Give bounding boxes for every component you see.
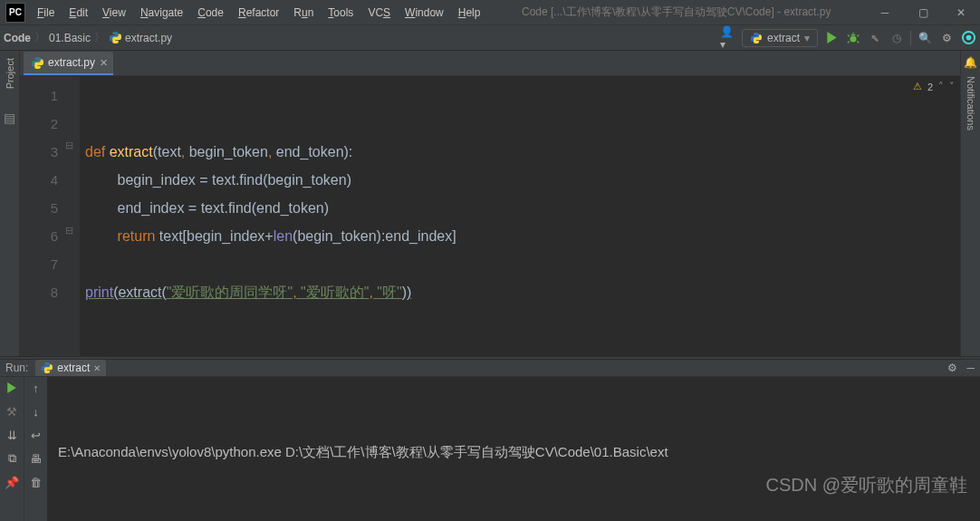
editor-main: extract.py ✕ 1 2 3 4 5 6 7 8 ⊟ ⊟ def ext… bbox=[20, 51, 960, 356]
run-body: ⚒ ⇊ ⧉ 📌 ↑ ↓ ↩ 🖶 🗑 E:\Anaconda\envs\yolov… bbox=[0, 377, 980, 521]
chevron-down-icon: ▾ bbox=[804, 32, 810, 44]
editor-tabs: extract.py ✕ bbox=[20, 51, 960, 76]
menu-code[interactable]: Code bbox=[191, 4, 230, 22]
main-menu: File Edit View Navigate Code Refactor Ru… bbox=[31, 4, 486, 22]
title-bar: PC File Edit View Navigate Code Refactor… bbox=[0, 0, 980, 25]
run-tab[interactable]: extract ✕ bbox=[35, 360, 106, 376]
file-tab-label: extract.py bbox=[48, 56, 95, 69]
inspection-widget[interactable]: ⚠ 2 ˄ ˅ bbox=[913, 81, 955, 92]
app-logo: PC bbox=[5, 3, 25, 23]
run-header-tools: ⚙ ─ bbox=[947, 362, 975, 374]
run-title: Run: bbox=[5, 362, 28, 374]
python-file-icon bbox=[750, 32, 763, 44]
svg-point-2 bbox=[966, 35, 971, 41]
run-coverage-button[interactable]: ⬉ bbox=[867, 30, 883, 46]
run-button[interactable] bbox=[823, 30, 840, 46]
code-editor[interactable]: 1 2 3 4 5 6 7 8 ⊟ ⊟ def extract(text, be… bbox=[20, 76, 960, 356]
line-num: 7 bbox=[20, 250, 58, 278]
editor-area: Project ▤ extract.py ✕ 1 2 3 4 5 6 7 8 ⊟ bbox=[0, 51, 980, 356]
notifications-tool-tab[interactable]: Notifications bbox=[964, 72, 978, 134]
close-run-tab-icon[interactable]: ✕ bbox=[93, 363, 101, 373]
menu-navigate[interactable]: Navigate bbox=[134, 4, 189, 22]
hide-panel-icon[interactable]: ─ bbox=[966, 362, 975, 374]
line-num: 5 bbox=[20, 194, 58, 222]
run-panel: Run: extract ✕ ⚙ ─ ⚒ ⇊ ⧉ 📌 ↑ ↓ ↩ 🖶 🗑 E:\… bbox=[0, 360, 980, 521]
profile-button[interactable]: ◷ bbox=[889, 30, 905, 46]
file-tab-extract[interactable]: extract.py ✕ bbox=[24, 52, 113, 75]
warning-count: 2 bbox=[927, 82, 933, 92]
menu-edit[interactable]: Edit bbox=[62, 4, 94, 22]
restore-layout-icon[interactable]: ⇊ bbox=[5, 428, 19, 442]
pin-icon[interactable]: 📌 bbox=[5, 475, 19, 489]
debug-button[interactable] bbox=[845, 30, 861, 46]
chevron-down-icon[interactable]: ˅ bbox=[949, 81, 955, 92]
run-tab-label: extract bbox=[57, 362, 90, 374]
run-toolbar-1: ⚒ ⇊ ⧉ 📌 bbox=[0, 377, 24, 521]
menu-vcs[interactable]: VCS bbox=[361, 4, 397, 22]
crumb-folder[interactable]: 01.Basic bbox=[49, 32, 91, 44]
clear-icon[interactable]: 🗑 bbox=[29, 475, 43, 489]
line-num: 3 bbox=[20, 138, 58, 166]
nav-bar: Code 〉 01.Basic 〉 extract.py 👤▾ extract … bbox=[0, 25, 980, 51]
close-tab-icon[interactable]: ✕ bbox=[100, 57, 108, 69]
run-config-label: extract bbox=[767, 32, 800, 44]
code-text[interactable]: def extract(text, begin_token, end_token… bbox=[80, 76, 960, 356]
fold-start-icon[interactable]: ⊟ bbox=[65, 140, 73, 151]
print-icon[interactable]: 🖶 bbox=[29, 451, 43, 466]
user-icon[interactable]: 👤▾ bbox=[720, 30, 736, 46]
layout-icon[interactable]: ⧉ bbox=[5, 451, 19, 466]
stop-button[interactable]: ⚒ bbox=[5, 404, 19, 419]
line-num: 2 bbox=[20, 110, 58, 138]
scroll-up-icon[interactable]: ↑ bbox=[29, 381, 43, 395]
run-toolbar-2: ↑ ↓ ↩ 🖶 🗑 bbox=[24, 377, 47, 521]
notifications-icon[interactable]: 🔔 bbox=[964, 56, 977, 69]
console-line: E:\Anaconda\envs\yolov8\python.exe D:\文档… bbox=[58, 439, 969, 466]
breadcrumbs: Code 〉 01.Basic 〉 extract.py bbox=[4, 30, 172, 45]
line-num: 6 bbox=[20, 222, 58, 250]
menu-run[interactable]: Run bbox=[287, 4, 320, 22]
left-tool-stripe: Project ▤ bbox=[0, 51, 20, 356]
python-file-icon bbox=[109, 32, 121, 44]
minimize-button[interactable]: ─ bbox=[866, 0, 904, 25]
python-file-icon bbox=[41, 362, 53, 374]
code-with-me-icon[interactable] bbox=[960, 30, 976, 46]
crumb-file[interactable]: extract.py bbox=[125, 32, 172, 44]
chevron-up-icon[interactable]: ˄ bbox=[938, 81, 944, 92]
scroll-down-icon[interactable]: ↓ bbox=[29, 404, 43, 419]
run-config-selector[interactable]: extract ▾ bbox=[742, 29, 818, 47]
maximize-button[interactable]: ▢ bbox=[904, 0, 942, 25]
window-controls: ─ ▢ ✕ bbox=[866, 0, 980, 25]
search-everywhere-button[interactable]: 🔍 bbox=[917, 30, 933, 46]
crumb-sep: 〉 bbox=[34, 30, 45, 45]
python-file-icon bbox=[31, 56, 43, 69]
fold-end-icon[interactable]: ⊟ bbox=[65, 225, 73, 236]
line-num: 1 bbox=[20, 82, 58, 110]
close-button[interactable]: ✕ bbox=[942, 0, 980, 25]
warning-icon: ⚠ bbox=[913, 81, 922, 92]
crumb-root[interactable]: Code bbox=[4, 32, 31, 44]
menu-refactor[interactable]: Refactor bbox=[232, 4, 285, 22]
menu-file[interactable]: File bbox=[31, 4, 61, 22]
run-settings-icon[interactable]: ⚙ bbox=[947, 362, 957, 374]
run-header: Run: extract ✕ ⚙ ─ bbox=[0, 360, 980, 377]
line-num: 4 bbox=[20, 166, 58, 194]
menu-tools[interactable]: Tools bbox=[322, 4, 360, 22]
soft-wrap-icon[interactable]: ↩ bbox=[29, 428, 43, 442]
crumb-sep: 〉 bbox=[94, 30, 105, 45]
nav-right: 👤▾ extract ▾ ⬉ ◷ 🔍 ⚙ bbox=[720, 29, 976, 47]
menu-view[interactable]: View bbox=[96, 4, 132, 22]
project-tool-tab[interactable]: Project bbox=[3, 54, 17, 92]
rerun-button[interactable] bbox=[5, 381, 19, 395]
menu-help[interactable]: Help bbox=[452, 4, 487, 22]
settings-button[interactable]: ⚙ bbox=[938, 30, 955, 46]
menu-window[interactable]: Window bbox=[399, 4, 450, 22]
window-title: Code [...\工作\博客\教程\从零手写自动驾驶CV\Code] - ex… bbox=[486, 5, 866, 20]
svg-point-0 bbox=[850, 35, 857, 42]
line-num: 8 bbox=[20, 278, 58, 306]
line-number-gutter: 1 2 3 4 5 6 7 8 bbox=[20, 76, 63, 356]
project-folder-icon[interactable]: ▤ bbox=[4, 111, 15, 125]
fold-gutter: ⊟ ⊟ bbox=[63, 76, 80, 356]
right-tool-stripe: 🔔 Notifications bbox=[960, 51, 980, 356]
console-output[interactable]: E:\Anaconda\envs\yolov8\python.exe D:\文档… bbox=[47, 377, 980, 521]
